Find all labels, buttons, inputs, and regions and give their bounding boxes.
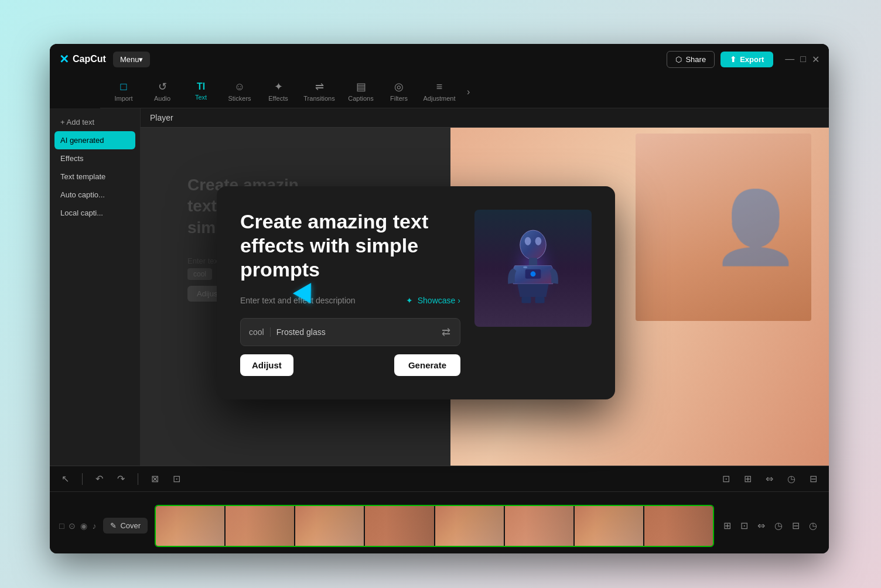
stickers-icon: ☺ (234, 81, 245, 93)
toolbar-item-filters[interactable]: ◎ Filters (381, 76, 416, 107)
toolbar-more-button[interactable]: › (462, 87, 474, 97)
audio-icon: ↺ (158, 80, 167, 93)
track-visible-icon: ⊙ (69, 521, 76, 531)
timeline-zoom-fit[interactable]: ⊡ (720, 471, 732, 487)
svg-rect-8 (535, 297, 545, 303)
panel-item-effects[interactable]: Effects (54, 149, 135, 167)
strip-frame-3 (295, 506, 364, 546)
toolbar-item-audio[interactable]: ↺ Audio (144, 76, 181, 107)
toolbar-item-effects[interactable]: ✦ Effects (259, 76, 297, 107)
toolbar-item-captions[interactable]: ▤ Captions (342, 76, 380, 107)
showcase-link[interactable]: ✦ Showcase › (406, 296, 460, 305)
sparkle-icon: ✦ (406, 296, 413, 305)
svg-point-1 (520, 230, 546, 259)
svg-point-6 (531, 272, 536, 277)
strip-frame-4 (365, 506, 433, 546)
filters-icon: ◎ (394, 80, 404, 93)
timeline-settings[interactable]: ◷ (785, 471, 798, 487)
shuffle-button[interactable]: ⇄ (440, 324, 452, 340)
strip-frame-6 (505, 506, 573, 546)
modal-input-row[interactable]: cool ⇄ (240, 318, 460, 346)
timeline-right-tools: ⊞ ⊡ ⇔ ◷ ⊟ ◷ (721, 518, 819, 534)
modal-title: Create amazing text effects with simple … (240, 210, 460, 281)
left-panel: + Add text AI generated Effects Text tem… (50, 108, 141, 466)
modal-subtitle: Enter text and effect description (240, 296, 356, 305)
ai-generated-label: AI generated (60, 136, 104, 145)
panel-item-auto-caption[interactable]: Auto captio... (54, 186, 135, 204)
svg-rect-4 (529, 258, 537, 266)
toolbar-label-import: Import (114, 95, 132, 102)
timeline-delete-button[interactable]: ⊡ (170, 471, 183, 487)
cover-label: ✎ Cover (103, 518, 148, 534)
add-text-label: + Add text (60, 118, 94, 127)
toolbar-label-filters: Filters (390, 95, 408, 102)
video-strip[interactable] (155, 505, 714, 547)
timeline-redo-button[interactable]: ↷ (115, 471, 127, 487)
effect-description-input[interactable] (276, 327, 435, 337)
timeline-zoom-in[interactable]: ⊞ (742, 471, 754, 487)
timeline-tool-6[interactable]: ◷ (807, 518, 819, 534)
timeline-tool-5[interactable]: ⊟ (790, 518, 802, 534)
strip-frame-1 (156, 506, 224, 546)
toolbar-item-stickers[interactable]: ☺ Stickers (221, 76, 258, 107)
toolbar-label-captions: Captions (348, 95, 373, 102)
timeline-split-button[interactable]: ⊠ (149, 471, 161, 487)
title-bar-right: ⬡ Share ⬆ Export — □ ✕ (667, 51, 819, 68)
toolbar-item-adjustment[interactable]: ≡ Adjustment (418, 76, 461, 107)
input-tag-cool: cool (249, 327, 271, 337)
modal-actions: Adijust Generate (240, 354, 460, 376)
toolbar-item-transitions[interactable]: ⇌ Transitions (298, 76, 340, 107)
captions-icon: ▤ (356, 80, 366, 93)
timeline-fullscreen[interactable]: ⊟ (807, 471, 819, 487)
ai-text-modal: Create amazing text effects with simple … (217, 186, 615, 399)
import-icon: □ (121, 81, 127, 93)
shuffle-icon: ⇄ (442, 326, 450, 338)
svg-point-2 (525, 237, 531, 245)
main-toolbar (50, 74, 100, 108)
svg-point-3 (535, 237, 542, 245)
bg-tag-cool: cool (187, 268, 212, 280)
close-button[interactable]: ✕ (812, 54, 819, 65)
panel-item-ai-generated[interactable]: AI generated (54, 131, 135, 149)
generate-button[interactable]: Generate (394, 354, 460, 376)
logo-icon: ✕ (59, 52, 69, 66)
panel-item-local-caption[interactable]: Local capti... (54, 204, 135, 222)
local-caption-label: Local capti... (60, 208, 103, 217)
toolbar-label-transitions: Transitions (303, 95, 334, 102)
title-bar-left: ✕ CapCut Menu▾ (59, 52, 150, 67)
robot-svg (498, 221, 568, 315)
maximize-button[interactable]: □ (800, 54, 806, 65)
timeline-align[interactable]: ⇔ (763, 471, 776, 487)
logo: ✕ CapCut (59, 52, 106, 66)
showcase-label: Showcase (418, 296, 456, 305)
export-icon: ⬆ (730, 55, 736, 64)
timeline-tool-2[interactable]: ⊡ (738, 518, 750, 534)
title-bar: ✕ CapCut Menu▾ ⬡ Share ⬆ Export — □ ✕ (50, 44, 829, 74)
timeline-tool-1[interactable]: ⊞ (721, 518, 733, 534)
timeline-tool-4[interactable]: ◷ (772, 518, 785, 534)
player-header: Player (141, 108, 829, 128)
text-template-label: Text template (60, 172, 105, 181)
panel-item-text-template[interactable]: Text template (54, 167, 135, 186)
effects-panel-label: Effects (60, 154, 84, 163)
toolbar-item-import[interactable]: □ Import (105, 76, 142, 107)
timeline-undo-button[interactable]: ↶ (93, 471, 105, 487)
timeline-select-tool[interactable]: ↖ (59, 471, 71, 487)
timeline-tool-3[interactable]: ⇔ (755, 518, 767, 534)
panel-item-add-text[interactable]: + Add text (54, 113, 135, 131)
app-name: CapCut (73, 54, 106, 64)
export-button[interactable]: ⬆ Export (720, 52, 773, 67)
share-button[interactable]: ⬡ Share (667, 51, 715, 68)
auto-caption-label: Auto captio... (60, 190, 105, 199)
timeline-area: ↖ ↶ ↷ ⊠ ⊡ ⊡ ⊞ ⇔ ◷ ⊟ □ ⊙ ◉ ♪ ✎ Cover (50, 466, 829, 553)
track-lock-icon: □ (59, 521, 64, 531)
minimize-button[interactable]: — (785, 54, 794, 65)
strip-frame-5 (435, 506, 504, 546)
timeline-divider-1 (82, 473, 83, 485)
share-icon: ⬡ (675, 55, 682, 64)
adjust-button[interactable]: Adijust (240, 354, 293, 376)
toolbar-label-audio: Audio (154, 95, 170, 102)
text-icon: TI (197, 81, 205, 92)
menu-button[interactable]: Menu▾ (113, 52, 151, 67)
toolbar-item-text[interactable]: TI Text (182, 77, 220, 105)
